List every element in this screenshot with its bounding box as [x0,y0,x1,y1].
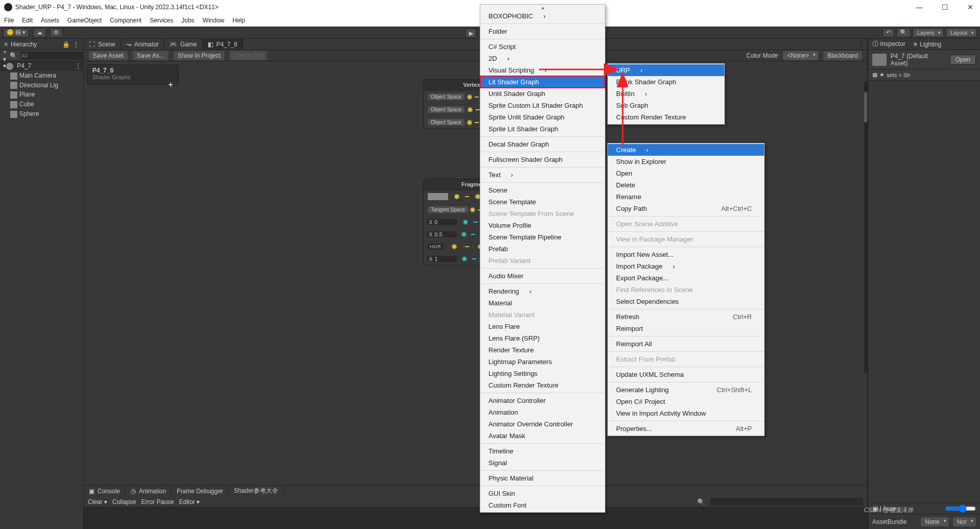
graph-scrollbar-track[interactable] [864,82,867,373]
menu-assets[interactable]: Assets [41,17,59,24]
project-tools-icon[interactable]: ▦ [872,71,877,78]
menu-item[interactable]: RefreshCtrl+R [608,311,764,323]
hierarchy-item[interactable]: Directional Lig [0,81,83,90]
menu-item[interactable]: Audio Mixer [480,270,605,282]
maximize-button[interactable]: ☐ [939,3,950,11]
menu-item[interactable]: Custom Font [480,499,605,511]
menu-item[interactable]: Generate LightingCtrl+Shift+L [608,384,764,396]
tab-game[interactable]: 🎮Game [164,39,203,50]
menu-item[interactable]: Create [608,144,764,156]
hdr-badge[interactable]: HDR [428,244,444,250]
menu-item[interactable]: Select Dependencies [608,296,764,307]
save-asset-button[interactable]: Save Asset [89,51,128,60]
menu-item[interactable]: Custom Render Texture [480,379,605,391]
tab-console[interactable]: ▣Console [84,486,126,497]
menu-item[interactable]: Fullscreen Shader Graph [480,154,605,165]
menu-item[interactable]: Animator Override Controller [480,418,605,430]
create-submenu[interactable]: ▴ BOXOPHOBICFolderC# Script2DVisual Scri… [480,4,605,513]
assetbundle-name-dropdown[interactable]: None [921,517,949,526]
console-search-icon[interactable]: 🔍 [697,498,705,506]
menu-item[interactable]: Animator Controller [480,395,605,406]
port-icon[interactable] [467,94,472,100]
menu-services[interactable]: Services [150,17,173,24]
menu-item[interactable]: Render Texture [480,344,605,356]
float-field[interactable]: X [427,256,457,262]
hierarchy-tab[interactable]: ≡ Hierarchy 🔒 ⋮ [0,39,83,50]
menu-item[interactable]: Delete [608,179,764,191]
settings-gear-icon[interactable]: ⚙ [50,28,62,37]
graph-scrollbar-thumb[interactable] [864,92,867,123]
menu-item[interactable]: View in Import Activity Window [608,407,764,419]
menu-item[interactable]: Text [480,169,605,181]
port-icon[interactable] [467,120,472,125]
menu-item[interactable]: Lit Shader Graph [480,76,605,88]
menu-file[interactable]: File [4,17,14,24]
search-global-icon[interactable]: 🔍 [896,28,911,37]
port-icon[interactable] [452,244,457,249]
tab-shaderlib[interactable]: Shader参考大全 [229,486,284,497]
project-addfav-icon[interactable]: ★ [879,71,885,78]
menu-item[interactable]: BuiltIn [608,88,724,100]
hierarchy-kebab-icon[interactable]: ⋮ [73,41,79,48]
menu-item[interactable]: Reimport All [608,338,764,350]
menu-item[interactable]: Lens Flare [480,321,605,332]
project-context-menu[interactable]: CreateShow in ExplorerOpenDeleteRenameCo… [607,143,765,436]
menu-item[interactable]: Volume Profile [480,220,605,231]
console-collapse-toggle[interactable]: Collapse [112,498,136,506]
close-window-button[interactable]: ✕ [965,3,976,11]
menu-item[interactable]: Blank Shader Graph [608,76,724,88]
blackboard-add-button[interactable]: + [168,80,173,89]
hierarchy-item[interactable]: Sphere [0,109,83,119]
menu-gameobject[interactable]: GameObject [67,17,102,24]
tab-animator[interactable]: ↝Animator [121,39,164,50]
console-errorpause-toggle[interactable]: Error Pause [141,498,174,506]
menu-item[interactable]: Reimport [608,323,764,334]
color-mode-dropdown[interactable]: <None> [783,51,818,60]
menu-item[interactable]: Import Package [608,260,764,272]
port-icon[interactable] [462,256,467,261]
lighting-tab[interactable]: ☀ Lighting [913,41,941,48]
menu-item[interactable]: Export Package... [608,272,764,284]
menu-item[interactable]: Scene Template [480,196,605,208]
console-clear-button[interactable]: Clear ▾ [88,498,107,506]
menu-item[interactable]: Signal [480,457,605,469]
menu-item[interactable]: Rename [608,191,764,203]
float-field[interactable]: X [427,231,457,237]
hierarchy-item[interactable]: Main Camera [0,71,83,81]
menu-item[interactable]: Visual Scripting [480,64,605,76]
tab-framedebugger[interactable]: Frame Debugger [172,486,229,497]
menu-item[interactable]: Physic Material [480,472,605,484]
minimize-button[interactable]: — [914,3,925,11]
menu-edit[interactable]: Edit [22,17,33,24]
hierarchy-scene-root[interactable]: ▾ P4_7 ⋮ [0,61,83,71]
menu-item[interactable]: Material [480,297,605,309]
account-button[interactable]: 🙂 楠 ▾ [3,28,29,37]
play-button[interactable]: ▶ [465,29,477,38]
float-input[interactable] [434,231,455,237]
menu-item[interactable]: Custom Render Texture [608,111,724,123]
port-icon[interactable] [468,107,473,112]
menu-item[interactable]: BOXOPHOBIC [480,10,605,22]
console-editor-dropdown[interactable]: Editor ▾ [179,498,200,506]
menu-item[interactable]: Folder [480,26,605,37]
menu-item[interactable]: Sprite Custom Lit Shader Graph [480,100,605,111]
menu-item[interactable]: Timeline [480,445,605,457]
save-as-button[interactable]: Save As... [133,51,168,60]
port-icon[interactable] [454,194,459,199]
menu-window[interactable]: Window [203,17,225,24]
menu-item[interactable]: Open [608,167,764,179]
undo-history-icon[interactable]: ↶ [883,28,894,37]
float-input[interactable] [434,219,455,225]
menu-item[interactable]: Scene [480,184,605,196]
menu-item[interactable]: Copy PathAlt+Ctrl+C [608,203,764,214]
menu-item[interactable]: URP [608,64,724,76]
hierarchy-lock-icon[interactable]: 🔒 [62,41,70,48]
port-icon[interactable] [470,207,475,212]
menu-component[interactable]: Component [110,17,141,24]
menu-item[interactable]: Import New Asset... [608,249,764,260]
basecolor-swatch[interactable] [428,193,448,200]
project-zoom-slider[interactable] [945,504,976,513]
menu-scroll-up-icon[interactable]: ▴ [480,5,605,10]
cloud-icon[interactable]: ☁ [33,28,46,37]
menu-item[interactable]: Scene Template Pipeline [480,231,605,243]
